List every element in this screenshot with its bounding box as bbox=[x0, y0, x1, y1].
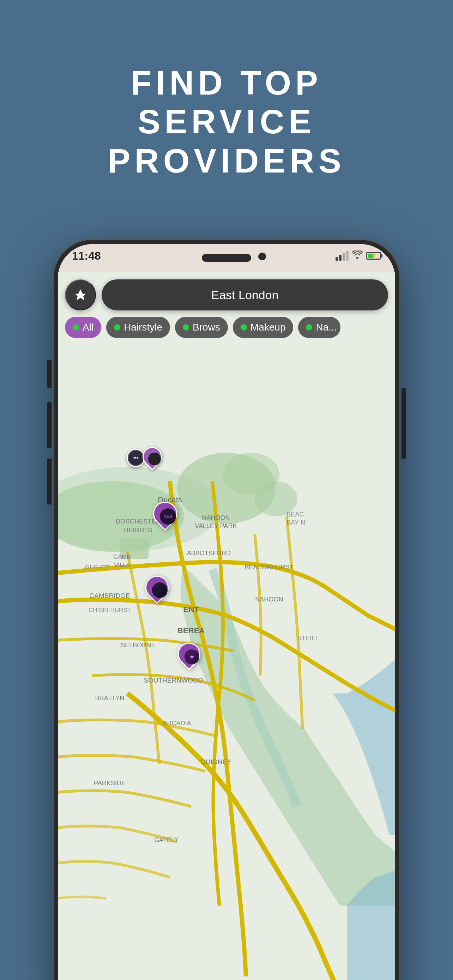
map-background: Ducats DORCHESTER HEIGHTS NAHOON VALLEY … bbox=[58, 269, 395, 980]
filter-chips: All Hairstyle Brows Makeup Na... bbox=[65, 317, 395, 338]
wifi-icon bbox=[352, 250, 363, 261]
chip-label-makeup: Makeup bbox=[251, 322, 286, 333]
volume-up-button[interactable] bbox=[47, 360, 51, 388]
battery-icon: ⚡ bbox=[366, 252, 381, 259]
svg-text:CAMB: CAMB bbox=[114, 554, 131, 560]
chip-dot-nails bbox=[306, 324, 312, 331]
svg-text:SOUTHERNWOOD: SOUTHERNWOOD bbox=[144, 677, 203, 684]
location-text: East London bbox=[211, 288, 279, 302]
status-icons: ⚡ bbox=[335, 250, 381, 261]
svg-text:NAHOON: NAHOON bbox=[255, 596, 283, 603]
chip-dot-hairstyle bbox=[114, 324, 120, 331]
svg-text:ENT: ENT bbox=[183, 605, 199, 614]
filter-chip-brows[interactable]: Brows bbox=[175, 317, 228, 338]
svg-point-6 bbox=[177, 453, 276, 523]
svg-text:ABBOTSFORD: ABBOTSFORD bbox=[187, 550, 231, 557]
chip-dot-makeup bbox=[241, 324, 247, 331]
svg-text:BEAC: BEAC bbox=[286, 511, 304, 518]
svg-text:BEREA: BEREA bbox=[178, 626, 205, 635]
power-button[interactable] bbox=[402, 388, 406, 458]
volume-down-button[interactable] bbox=[47, 402, 51, 448]
provider-pin-4[interactable] bbox=[145, 576, 168, 599]
svg-text:SELBORNE: SELBORNE bbox=[121, 642, 155, 649]
filter-chip-nails[interactable]: Na... bbox=[298, 317, 340, 338]
chip-label-hairstyle: Hairstyle bbox=[124, 322, 162, 333]
phone-top-bar: 11:48 bbox=[58, 244, 395, 272]
map-controls: East London bbox=[65, 279, 388, 310]
svg-text:GATELY: GATELY bbox=[154, 837, 178, 843]
chip-dot-brows bbox=[183, 324, 189, 331]
filter-chip-all[interactable]: All bbox=[65, 317, 101, 338]
provider-pin-2[interactable] bbox=[143, 447, 162, 466]
silent-button[interactable] bbox=[47, 458, 51, 504]
signal-icon bbox=[335, 251, 348, 261]
signal-bar-1 bbox=[335, 257, 338, 261]
svg-text:NAHOON: NAHOON bbox=[202, 514, 230, 522]
filter-chip-makeup[interactable]: Makeup bbox=[233, 317, 294, 338]
hero-line2: SERVICE bbox=[0, 102, 453, 141]
provider-pin-3[interactable]: NEB bbox=[153, 502, 177, 526]
status-time: 11:48 bbox=[72, 250, 101, 262]
signal-bar-2 bbox=[339, 255, 342, 261]
svg-text:VILLA: VILLA bbox=[114, 562, 130, 568]
svg-text:QUIGNEY: QUIGNEY bbox=[200, 758, 231, 765]
svg-text:PARKSIDE: PARKSIDE bbox=[94, 780, 126, 787]
chip-label-nails: Na... bbox=[316, 322, 337, 333]
my-location-button[interactable] bbox=[65, 279, 96, 310]
chip-label-brows: Brows bbox=[192, 322, 220, 333]
phone-mockup: 11:48 bbox=[54, 240, 399, 980]
chip-label-all: All bbox=[83, 322, 94, 333]
svg-text:VALLEY PARK: VALLEY PARK bbox=[195, 522, 237, 530]
battery-bolt-icon: ⚡ bbox=[371, 253, 377, 259]
svg-text:HEIGHTS: HEIGHTS bbox=[124, 527, 152, 534]
svg-text:BAY N: BAY N bbox=[286, 519, 305, 526]
svg-text:ARCADIA: ARCADIA bbox=[163, 720, 191, 727]
svg-text:CHISELHURST: CHISELHURST bbox=[89, 607, 131, 614]
status-bar: 11:48 bbox=[72, 247, 381, 264]
signal-bar-3 bbox=[343, 253, 345, 261]
map-area[interactable]: Ducats DORCHESTER HEIGHTS NAHOON VALLEY … bbox=[58, 269, 395, 980]
provider-pin-5[interactable]: ★ bbox=[178, 643, 200, 665]
filter-chip-hairstyle[interactable]: Hairstyle bbox=[106, 317, 170, 338]
hero-line3: PROVIDERS bbox=[0, 142, 453, 180]
phone-shell: 11:48 bbox=[54, 240, 399, 980]
svg-text:CAMBRIDGE: CAMBRIDGE bbox=[89, 592, 130, 599]
hero-line1: FIND TOP bbox=[0, 64, 453, 102]
location-search-bar[interactable]: East London bbox=[102, 279, 388, 310]
signal-bar-4 bbox=[346, 251, 348, 261]
hero-text: FIND TOP SERVICE PROVIDERS bbox=[0, 64, 453, 180]
svg-text:BRAELYN: BRAELYN bbox=[95, 695, 124, 702]
chip-dot-all bbox=[73, 324, 79, 331]
svg-text:BEACONHURST: BEACONHURST bbox=[245, 564, 293, 571]
svg-text:STIRLI: STIRLI bbox=[297, 635, 317, 642]
svg-text:GHGATE: GHGATE bbox=[85, 564, 110, 571]
